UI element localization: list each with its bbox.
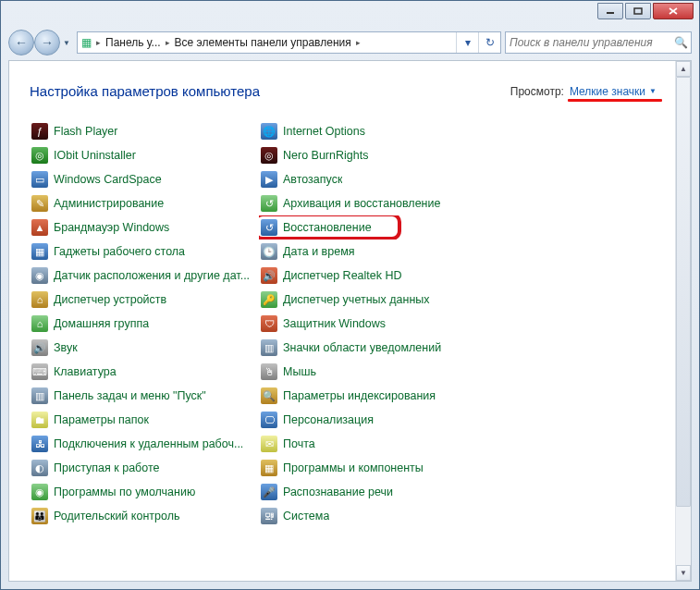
item-label: Диспетчер Realtek HD <box>283 269 402 282</box>
item-icon: ⌨ <box>31 363 48 380</box>
view-mode-value: Мелкие значки <box>570 85 645 98</box>
item-icon: ✉ <box>261 436 277 452</box>
search-box[interactable]: 🔍 <box>505 31 692 54</box>
client-area: Настройка параметров компьютера Просмотр… <box>8 60 692 582</box>
breadcrumb-segment[interactable]: Панель у... <box>103 36 164 49</box>
close-button[interactable] <box>653 3 694 19</box>
control-panel-item[interactable]: ↺Восстановление <box>259 215 481 240</box>
control-panel-item[interactable]: ▭Windows CardSpace <box>30 167 252 191</box>
control-panel-item[interactable]: 🕒Дата и время <box>259 240 481 264</box>
control-panel-window: ← → ▼ ▦ ▸ Панель у... ▸ Все элементы пан… <box>0 0 700 590</box>
control-panel-item[interactable]: ▲Брандмауэр Windows <box>30 215 252 240</box>
item-label: Администрирование <box>54 197 164 210</box>
item-icon: ▶ <box>261 171 277 188</box>
item-label: Домашняя группа <box>54 317 149 330</box>
control-panel-item[interactable]: 🔍Параметры индексирования <box>259 384 481 408</box>
item-label: Панель задач и меню "Пуск" <box>54 389 206 402</box>
item-icon: ▦ <box>31 243 48 260</box>
refresh-button[interactable]: ↻ <box>478 32 500 53</box>
item-label: Мышь <box>283 365 316 378</box>
address-bar[interactable]: ▦ ▸ Панель у... ▸ Все элементы панели уп… <box>77 31 501 54</box>
control-panel-item[interactable]: 🛡Защитник Windows <box>259 312 481 336</box>
item-label: Родительский контроль <box>54 510 179 522</box>
control-panel-item[interactable]: ✉Почта <box>259 432 481 456</box>
maximize-button[interactable] <box>625 3 651 19</box>
control-panel-item[interactable]: ▦Гаджеты рабочего стола <box>30 240 252 264</box>
control-panel-item[interactable]: ◎Nero BurnRights <box>259 143 481 167</box>
back-button[interactable]: ← <box>8 30 34 55</box>
breadcrumb-segment[interactable]: Все элементы панели управления <box>172 36 354 49</box>
control-panel-item[interactable]: ƒFlash Player <box>30 119 252 143</box>
item-label: Звук <box>54 341 78 354</box>
item-label: Программы и компоненты <box>283 461 424 474</box>
control-panel-item[interactable]: ↺Архивация и восстановление <box>259 191 481 215</box>
item-label: Параметры папок <box>54 413 149 426</box>
control-panel-item[interactable]: 👪Родительский контроль <box>30 504 252 528</box>
view-mode-dropdown[interactable]: Мелкие значки ▼ <box>570 85 657 98</box>
item-icon: ↺ <box>261 195 277 212</box>
control-panel-item[interactable]: ▶Автозапуск <box>259 167 481 191</box>
control-panel-item[interactable]: ▥Значки области уведомлений <box>259 336 481 360</box>
control-panel-item[interactable]: ◉Датчик расположения и другие дат... <box>30 264 252 288</box>
control-panel-item[interactable]: 🖵Персонализация <box>259 408 481 432</box>
item-icon: 🔊 <box>31 339 48 356</box>
breadcrumb-sep-icon: ▸ <box>354 38 362 47</box>
control-panel-item[interactable]: 🌐Internet Options <box>259 119 481 143</box>
scroll-track[interactable] <box>676 77 691 565</box>
control-panel-item[interactable]: ⌂Домашняя группа <box>30 312 252 336</box>
item-icon: 🔊 <box>261 267 277 284</box>
history-dropdown-button[interactable]: ▾ <box>456 32 478 53</box>
control-panel-item[interactable]: 🎤Распознавание речи <box>259 480 481 504</box>
search-input[interactable] <box>506 36 670 49</box>
control-panel-item[interactable]: 🖳Система <box>259 504 481 528</box>
svg-rect-0 <box>607 12 614 14</box>
item-label: Датчик расположения и другие дат... <box>54 269 250 282</box>
control-panel-item[interactable]: 🔊Диспетчер Realtek HD <box>259 264 481 288</box>
nav-history-dropdown[interactable]: ▼ <box>60 33 73 52</box>
item-label: Клавиатура <box>54 365 117 378</box>
control-panel-item[interactable]: 🔊Звук <box>30 336 252 360</box>
control-panel-item[interactable]: 🖿Параметры папок <box>30 408 252 432</box>
control-panel-item[interactable]: ◎IObit Uninstaller <box>30 143 252 167</box>
control-panel-icon: ▦ <box>78 36 94 49</box>
item-icon: 👪 <box>31 508 48 524</box>
control-panel-item[interactable]: ⌂Диспетчер устройств <box>30 288 252 312</box>
control-panel-item[interactable]: ◐Приступая к работе <box>30 456 252 480</box>
item-icon: ▥ <box>261 339 277 356</box>
chevron-down-icon: ▼ <box>649 87 657 95</box>
control-panel-item[interactable]: 🔑Диспетчер учетных данных <box>259 288 481 312</box>
minimize-icon <box>606 7 615 15</box>
forward-button[interactable]: → <box>34 30 60 55</box>
maximize-icon <box>633 7 643 15</box>
item-label: Распознавание речи <box>283 486 393 498</box>
item-icon: 🖱 <box>261 363 277 380</box>
arrow-right-icon: → <box>41 35 54 50</box>
control-panel-item[interactable]: 🖱Мышь <box>259 360 481 384</box>
item-icon: 🖳 <box>261 508 277 524</box>
items-column-1: ƒFlash Player◎IObit Uninstaller▭Windows … <box>30 119 252 528</box>
item-label: Гаджеты рабочего стола <box>54 245 185 258</box>
item-icon: 🕒 <box>261 243 277 260</box>
scroll-down-button[interactable]: ▼ <box>676 565 691 581</box>
item-label: Система <box>283 510 329 522</box>
item-icon: ▲ <box>31 219 48 236</box>
item-label: Nero BurnRights <box>283 149 368 162</box>
item-icon: ◉ <box>31 267 48 284</box>
vertical-scrollbar[interactable]: ▲ ▼ <box>675 61 691 581</box>
control-panel-item[interactable]: ◉Программы по умолчанию <box>30 480 252 504</box>
control-panel-item[interactable]: 🖧Подключения к удаленным рабоч... <box>30 432 252 456</box>
item-label: Internet Options <box>283 125 365 138</box>
scroll-up-button[interactable]: ▲ <box>676 61 691 77</box>
control-panel-item[interactable]: ▦Программы и компоненты <box>259 456 481 480</box>
scroll-thumb[interactable] <box>676 77 691 507</box>
item-icon: ▦ <box>261 460 277 476</box>
close-icon <box>668 6 679 16</box>
control-panel-item[interactable]: ⌨Клавиатура <box>30 360 252 384</box>
control-panel-item[interactable]: ✎Администрирование <box>30 191 252 215</box>
search-icon: 🔍 <box>670 36 691 49</box>
item-icon: ◎ <box>261 147 277 164</box>
control-panel-item[interactable]: ▥Панель задач и меню "Пуск" <box>30 384 252 408</box>
minimize-button[interactable] <box>597 3 623 19</box>
item-icon: ▭ <box>31 171 48 188</box>
view-chooser: Просмотр: Мелкие значки ▼ <box>510 85 657 98</box>
